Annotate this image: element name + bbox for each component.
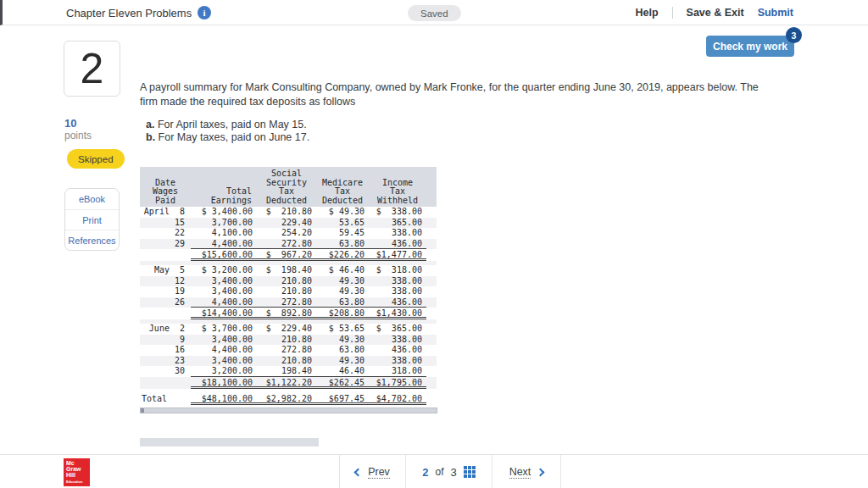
title-group: Chapter Eleven Problems i: [66, 0, 211, 25]
table-header-cell: MedicareTaxDeducted: [316, 179, 369, 206]
amount-cell: 436.00: [369, 239, 426, 250]
next-button[interactable]: Next: [509, 466, 531, 479]
amount-cell: 63.80: [316, 297, 369, 308]
check-my-work-count-badge: 3: [786, 27, 802, 43]
amount-cell: 53.65: [316, 218, 369, 229]
pagination-nav: Prev 2 of 3 Next: [339, 455, 561, 488]
amount-cell: $18,100.00: [191, 377, 257, 389]
check-my-work-button[interactable]: Check my work 3: [706, 36, 794, 57]
row-label-cell: June 2: [140, 324, 191, 335]
amount-cell: 338.00: [369, 276, 426, 287]
table-row: 123,400.00210.8049.30338.00: [140, 276, 437, 287]
amount-cell: $ 49.30: [316, 207, 369, 218]
amount-cell: $1,430.00: [369, 308, 426, 319]
table-row: May 5$ 3,200.00$ 198.40$ 46.40$ 318.00: [140, 265, 437, 276]
amount-cell: 3,400.00: [191, 335, 257, 346]
table-row: 303,200.00198.4046.40318.00: [140, 366, 437, 377]
table-row: Total$48,100.00$2,982.20$697.45$4,702.00: [140, 393, 437, 405]
scrollbar-thumb[interactable]: [141, 408, 144, 413]
amount-cell: $ 365.00: [369, 324, 426, 335]
item-a-text: For April taxes, paid on May 15.: [158, 119, 307, 130]
amount-cell: 198.40: [257, 366, 316, 377]
status-badge: Skipped: [67, 149, 125, 169]
chevron-left-icon[interactable]: [354, 468, 363, 476]
next-content-stub: [140, 438, 319, 446]
amount-cell: $ 892.80: [257, 308, 316, 319]
row-label-cell: 22: [140, 228, 191, 239]
question-number-box: 2: [64, 41, 120, 97]
table-row: 93,400.00210.8049.30338.00: [140, 335, 437, 346]
amount-cell: $14,400.00: [191, 308, 257, 319]
amount-cell: $262.45: [316, 377, 369, 389]
amount-cell: 229.40: [257, 218, 316, 229]
amount-cell: $ 3,400.00: [191, 207, 257, 218]
logo-line: Hill: [66, 472, 90, 478]
prev-group: Prev: [339, 455, 405, 488]
amount-cell: 49.30: [316, 286, 369, 297]
amount-cell: 49.30: [316, 356, 369, 367]
amount-cell: $208.80: [316, 308, 369, 319]
ebook-button[interactable]: eBook: [65, 189, 119, 209]
table-header-cell: DateWagesPaid: [140, 179, 191, 206]
amount-cell: 272.80: [257, 345, 316, 356]
amount-cell: $1,795.00: [369, 377, 426, 389]
references-button[interactable]: References: [65, 230, 119, 250]
amount-cell: $1,122.20: [257, 377, 316, 389]
row-label-cell: 16: [140, 345, 191, 356]
amount-cell: 59.45: [316, 228, 369, 239]
logo-line: Graw: [66, 466, 90, 472]
points-block: 10 points: [64, 117, 92, 141]
row-label-cell: 15: [140, 218, 191, 229]
amount-cell: 49.30: [316, 276, 369, 287]
payroll-summary-table: DateWagesPaidTotalEarningsSocialSecurity…: [140, 167, 437, 410]
table-row: 264,400.00272.8063.80436.00: [140, 297, 437, 308]
amount-cell: $ 3,700.00: [191, 324, 257, 335]
item-b-label: b.: [146, 131, 155, 143]
footer-bar: Mc Graw Hill Education Prev 2 of 3 Next: [0, 454, 868, 488]
help-link[interactable]: Help: [635, 7, 658, 19]
amount-cell: 3,200.00: [191, 366, 257, 377]
submit-link[interactable]: Submit: [758, 7, 793, 19]
row-label-cell: 19: [140, 286, 191, 297]
saved-status-pill: Saved: [408, 5, 461, 21]
row-label-cell: 26: [140, 297, 191, 308]
logo-line: Mc: [66, 460, 90, 466]
amount-cell: 49.30: [316, 335, 369, 346]
page-of-label: of: [435, 466, 443, 478]
amount-cell: $15,600.00: [191, 249, 257, 261]
table-row: $18,100.00$1,122.20$262.45$1,795.00: [140, 377, 437, 389]
amount-cell: 318.00: [369, 366, 426, 377]
row-label-cell: [140, 308, 191, 319]
amount-cell: 338.00: [369, 228, 426, 239]
points-value: 10: [64, 117, 92, 130]
amount-cell: 210.80: [257, 356, 316, 367]
info-icon[interactable]: i: [198, 6, 211, 19]
amount-cell: 338.00: [369, 356, 426, 367]
amount-cell: $ 338.00: [369, 207, 426, 218]
table-row: 224,100.00254.2059.45338.00: [140, 228, 437, 239]
prev-button[interactable]: Prev: [368, 466, 390, 479]
check-my-work-label: Check my work: [713, 41, 787, 53]
table-row: 193,400.00210.8049.30338.00: [140, 286, 437, 297]
row-label-cell: April 8: [140, 207, 191, 218]
save-exit-link[interactable]: Save & Exit: [687, 7, 744, 19]
question-map-grid-icon[interactable]: [464, 466, 476, 478]
amount-cell: 4,400.00: [191, 239, 257, 250]
amount-cell: $ 967.20: [257, 249, 316, 261]
amount-cell: $1,477.00: [369, 249, 426, 261]
page-indicator-group: 2 of 3: [405, 455, 492, 488]
total-pages: 3: [451, 466, 457, 479]
question-number: 2: [81, 47, 104, 90]
mcgraw-hill-logo: Mc Graw Hill Education: [64, 458, 90, 486]
chevron-right-icon[interactable]: [537, 468, 545, 476]
table-row: 233,400.00210.8049.30338.00: [140, 356, 437, 367]
table-horizontal-scrollbar[interactable]: [140, 408, 437, 413]
print-button[interactable]: Print: [65, 209, 119, 230]
amount-cell: $2,982.20: [257, 393, 316, 405]
table-row: $14,400.00$ 892.80$208.80$1,430.00: [140, 308, 437, 319]
amount-cell: $697.45: [316, 393, 369, 405]
amount-cell: 338.00: [369, 286, 426, 297]
amount-cell: 63.80: [316, 239, 369, 250]
row-label-cell: 23: [140, 356, 191, 367]
current-page: 2: [422, 466, 428, 479]
